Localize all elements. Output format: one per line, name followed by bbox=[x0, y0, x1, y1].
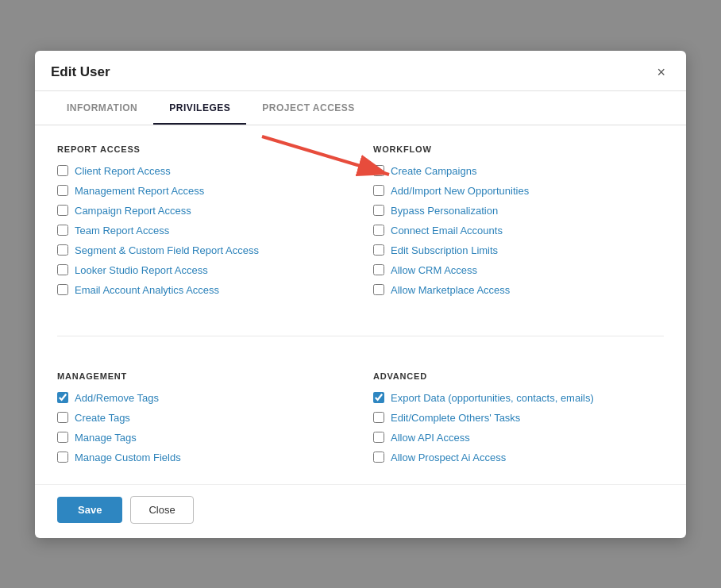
management-title: MANAGEMENT bbox=[57, 371, 348, 381]
report-access-section: REPORT ACCESS Client Report Access Manag… bbox=[57, 144, 348, 304]
tab-privileges[interactable]: PRIVILEGES bbox=[153, 91, 246, 125]
list-item: Campaign Report Access bbox=[57, 205, 348, 217]
tab-information[interactable]: INFORMATION bbox=[51, 91, 153, 125]
list-item: Allow Marketplace Access bbox=[373, 284, 664, 296]
advanced-title: ADVANCED bbox=[373, 371, 664, 381]
edit-subscription-checkbox[interactable] bbox=[373, 244, 384, 256]
add-import-opportunities-label[interactable]: Add/Import New Opportunities bbox=[391, 185, 529, 197]
list-item: Allow CRM Access bbox=[373, 264, 664, 276]
add-import-opportunities-checkbox[interactable] bbox=[373, 185, 384, 196]
list-item: Email Account Analytics Access bbox=[57, 284, 348, 296]
list-item: Allow Prospect Ai Access bbox=[373, 452, 664, 463]
team-report-label[interactable]: Team Report Access bbox=[75, 225, 169, 236]
modal-close-button[interactable]: × bbox=[652, 63, 670, 81]
email-analytics-label[interactable]: Email Account Analytics Access bbox=[75, 284, 219, 296]
allow-marketplace-label[interactable]: Allow Marketplace Access bbox=[391, 284, 510, 296]
add-remove-tags-checkbox[interactable] bbox=[57, 392, 68, 403]
modal-title: Edit User bbox=[51, 64, 110, 80]
create-tags-checkbox[interactable] bbox=[57, 412, 68, 423]
manage-tags-checkbox[interactable] bbox=[57, 432, 68, 443]
list-item: Create Campaigns bbox=[373, 165, 664, 177]
workflow-title: WORKFLOW bbox=[373, 144, 664, 154]
allow-crm-label[interactable]: Allow CRM Access bbox=[391, 264, 477, 276]
add-remove-tags-label[interactable]: Add/Remove Tags bbox=[75, 392, 159, 404]
list-item: Add/Remove Tags bbox=[57, 392, 348, 404]
allow-prospect-ai-checkbox[interactable] bbox=[373, 452, 384, 463]
bypass-personalization-checkbox[interactable] bbox=[373, 205, 384, 216]
management-section: MANAGEMENT Add/Remove Tags Create Tags M… bbox=[57, 371, 348, 471]
edit-complete-tasks-checkbox[interactable] bbox=[373, 412, 384, 423]
looker-report-label[interactable]: Looker Studio Report Access bbox=[75, 264, 208, 276]
segment-report-label[interactable]: Segment & Custom Field Report Access bbox=[75, 244, 259, 256]
list-item: Allow API Access bbox=[373, 432, 664, 444]
list-item: Edit Subscription Limits bbox=[373, 244, 664, 256]
allow-api-checkbox[interactable] bbox=[373, 432, 384, 443]
management-report-checkbox[interactable] bbox=[57, 185, 68, 196]
workflow-section: WORKFLOW Create Campaigns bbox=[373, 144, 664, 304]
modal-body: REPORT ACCESS Client Report Access Manag… bbox=[35, 125, 686, 484]
list-item: Edit/Complete Others' Tasks bbox=[373, 412, 664, 424]
campaign-report-checkbox[interactable] bbox=[57, 205, 68, 216]
create-tags-label[interactable]: Create Tags bbox=[75, 412, 130, 424]
list-item: Segment & Custom Field Report Access bbox=[57, 244, 348, 256]
bypass-personalization-label[interactable]: Bypass Personalization bbox=[391, 205, 498, 217]
client-report-checkbox[interactable] bbox=[57, 165, 68, 176]
tab-project-access[interactable]: PROJECT ACCESS bbox=[246, 91, 371, 125]
list-item: Add/Import New Opportunities bbox=[373, 185, 664, 197]
list-item: Connect Email Accounts bbox=[373, 225, 664, 236]
tabs-container: INFORMATION PRIVILEGES PROJECT ACCESS bbox=[35, 91, 686, 125]
management-report-label[interactable]: Management Report Access bbox=[75, 185, 204, 197]
modal-footer: Save Close bbox=[35, 484, 686, 538]
connect-email-checkbox[interactable] bbox=[373, 225, 384, 236]
connect-email-label[interactable]: Connect Email Accounts bbox=[391, 225, 503, 236]
save-button[interactable]: Save bbox=[57, 497, 122, 523]
report-access-title: REPORT ACCESS bbox=[57, 144, 348, 154]
client-report-label[interactable]: Client Report Access bbox=[75, 165, 171, 177]
close-button[interactable]: Close bbox=[130, 496, 193, 524]
edit-user-modal: Edit User × INFORMATION PRIVILEGES PROJE… bbox=[35, 51, 686, 538]
list-item: Management Report Access bbox=[57, 185, 348, 197]
export-data-checkbox[interactable] bbox=[373, 392, 384, 403]
manage-tags-label[interactable]: Manage Tags bbox=[75, 432, 137, 444]
manage-custom-fields-label[interactable]: Manage Custom Fields bbox=[75, 452, 181, 463]
allow-marketplace-checkbox[interactable] bbox=[373, 284, 384, 295]
edit-complete-tasks-label[interactable]: Edit/Complete Others' Tasks bbox=[391, 412, 520, 424]
create-campaigns-label[interactable]: Create Campaigns bbox=[391, 165, 476, 177]
section-divider bbox=[57, 336, 664, 336]
email-analytics-checkbox[interactable] bbox=[57, 284, 68, 295]
modal-header: Edit User × bbox=[35, 51, 686, 91]
allow-crm-checkbox[interactable] bbox=[373, 264, 384, 275]
list-item: Bypass Personalization bbox=[373, 205, 664, 217]
list-item: Client Report Access bbox=[57, 165, 348, 177]
team-report-checkbox[interactable] bbox=[57, 225, 68, 236]
list-item: Manage Custom Fields bbox=[57, 452, 348, 463]
allow-prospect-ai-label[interactable]: Allow Prospect Ai Access bbox=[391, 452, 506, 463]
sections-grid: REPORT ACCESS Client Report Access Manag… bbox=[57, 144, 664, 471]
manage-custom-fields-checkbox[interactable] bbox=[57, 452, 68, 463]
list-item: Team Report Access bbox=[57, 225, 348, 236]
looker-report-checkbox[interactable] bbox=[57, 264, 68, 275]
list-item: Manage Tags bbox=[57, 432, 348, 444]
create-campaigns-checkbox[interactable] bbox=[373, 165, 384, 176]
modal-overlay: Edit User × INFORMATION PRIVILEGES PROJE… bbox=[0, 0, 721, 588]
allow-api-label[interactable]: Allow API Access bbox=[391, 432, 470, 444]
advanced-section: ADVANCED Export Data (opportunities, con… bbox=[373, 371, 664, 471]
segment-report-checkbox[interactable] bbox=[57, 244, 68, 256]
list-item: Create Tags bbox=[57, 412, 348, 424]
edit-subscription-label[interactable]: Edit Subscription Limits bbox=[391, 244, 498, 256]
campaign-report-label[interactable]: Campaign Report Access bbox=[75, 205, 191, 217]
list-item: Looker Studio Report Access bbox=[57, 264, 348, 276]
list-item: Export Data (opportunities, contacts, em… bbox=[373, 392, 664, 404]
export-data-label[interactable]: Export Data (opportunities, contacts, em… bbox=[391, 392, 594, 404]
